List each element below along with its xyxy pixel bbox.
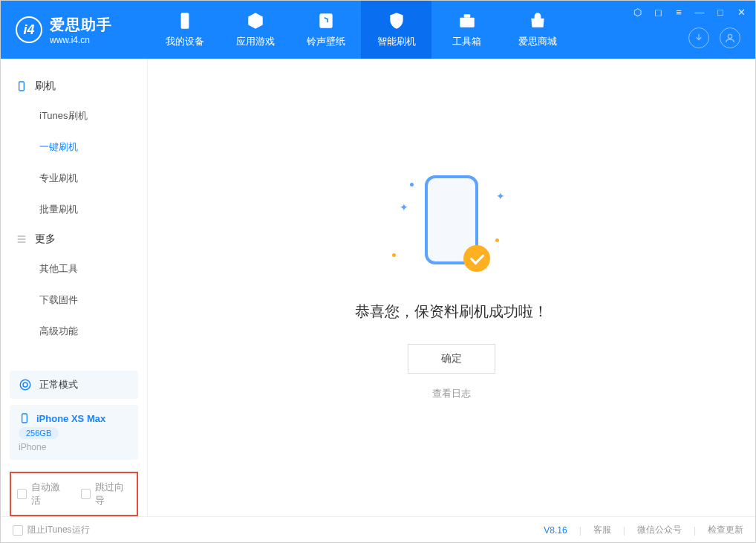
cube-icon <box>246 11 265 30</box>
sidebar-item-download-firmware[interactable]: 下载固件 <box>1 284 147 316</box>
skip-guide-checkbox[interactable]: 跳过向导 <box>81 481 131 507</box>
version-label: V8.16 <box>544 525 567 536</box>
tab-label: 铃声壁纸 <box>307 35 345 48</box>
device-icon <box>175 11 195 30</box>
sidebar-group-flash: 刷机 <box>1 72 147 100</box>
maximize-icon[interactable]: □ <box>715 7 726 18</box>
tab-label: 工具箱 <box>452 35 481 48</box>
checkbox-icon <box>13 525 23 536</box>
app-title: 爱思助手 <box>50 15 112 35</box>
toolbox-icon <box>457 11 477 30</box>
logo-area: i4 爱思助手 www.i4.cn <box>1 15 149 45</box>
sidebar-item-oneclick-flash[interactable]: 一键刷机 <box>1 131 147 163</box>
checkmark-icon <box>463 245 490 272</box>
footer-bar: 阻止iTunes运行 V8.16 | 客服 | 微信公众号 | 检查更新 <box>1 516 755 543</box>
music-icon <box>316 11 336 30</box>
list-icon <box>16 233 27 245</box>
sidebar: 刷机 iTunes刷机 一键刷机 专业刷机 批量刷机 更多 其他工具 下载固件 … <box>1 59 148 516</box>
tab-flash[interactable]: 智能刷机 <box>361 1 431 59</box>
tab-ringtones[interactable]: 铃声壁纸 <box>290 1 361 59</box>
tab-toolbox[interactable]: 工具箱 <box>431 1 502 59</box>
feedback-icon[interactable]: ◻ <box>653 7 663 18</box>
view-log-link[interactable]: 查看日志 <box>432 387 471 400</box>
storage-badge: 256GB <box>19 427 59 439</box>
sidebar-item-pro-flash[interactable]: 专业刷机 <box>1 163 147 194</box>
store-icon <box>528 11 547 30</box>
ok-button[interactable]: 确定 <box>408 344 495 374</box>
tab-apps[interactable]: 应用游戏 <box>220 1 290 59</box>
checkbox-icon <box>81 489 91 499</box>
svg-rect-3 <box>463 14 470 17</box>
sidebar-item-itunes-flash[interactable]: iTunes刷机 <box>1 100 147 131</box>
success-illustration: ✦ ✦ <box>392 175 511 279</box>
menu-icon[interactable]: ≡ <box>674 7 684 18</box>
device-name-label: iPhone XS Max <box>36 413 105 424</box>
block-itunes-checkbox[interactable]: 阻止iTunes运行 <box>13 524 90 536</box>
sidebar-group-more: 更多 <box>1 225 147 253</box>
sidebar-item-other-tools[interactable]: 其他工具 <box>1 253 147 284</box>
check-update-link[interactable]: 检查更新 <box>708 524 743 536</box>
svg-rect-0 <box>180 13 189 29</box>
device-info-card[interactable]: iPhone XS Max 256GB iPhone <box>10 405 138 460</box>
wechat-link[interactable]: 微信公众号 <box>637 524 682 536</box>
checkbox-icon <box>17 489 27 499</box>
nav-tabs: 我的设备 应用游戏 铃声壁纸 智能刷机 工具箱 爱思商城 <box>149 1 573 59</box>
svg-point-4 <box>728 34 731 38</box>
download-button[interactable] <box>688 27 709 48</box>
shield-sync-icon <box>387 11 406 30</box>
svg-rect-7 <box>22 414 27 423</box>
minimize-icon[interactable]: — <box>694 7 705 18</box>
tshirt-icon[interactable]: ⬡ <box>632 7 642 18</box>
tab-label: 智能刷机 <box>377 35 416 48</box>
window-controls: ⬡ ◻ ≡ — □ ✕ <box>632 1 746 18</box>
sidebar-item-batch-flash[interactable]: 批量刷机 <box>1 194 147 225</box>
tab-store[interactable]: 爱思商城 <box>502 1 573 59</box>
header-bar: i4 爱思助手 www.i4.cn 我的设备 应用游戏 铃声壁纸 智能刷机 工具… <box>1 1 755 59</box>
device-mode-label: 正常模式 <box>39 378 78 391</box>
success-message: 恭喜您，保资料刷机成功啦！ <box>355 302 548 322</box>
sidebar-item-advanced[interactable]: 高级功能 <box>1 316 147 347</box>
phone-icon <box>16 80 27 92</box>
device-type-label: iPhone <box>19 442 129 452</box>
close-icon[interactable]: ✕ <box>736 7 746 18</box>
user-button[interactable] <box>720 27 740 48</box>
device-mode-card[interactable]: 正常模式 <box>10 371 138 399</box>
svg-rect-2 <box>460 18 475 27</box>
options-highlight-box: 自动激活 跳过向导 <box>10 472 138 516</box>
svg-rect-1 <box>319 13 332 28</box>
app-logo-icon: i4 <box>16 16 42 43</box>
sync-icon <box>19 378 32 391</box>
tab-my-device[interactable]: 我的设备 <box>149 1 220 59</box>
app-subtitle: www.i4.cn <box>50 35 112 45</box>
main-content: ✦ ✦ 恭喜您，保资料刷机成功啦！ 确定 查看日志 <box>148 59 755 516</box>
svg-point-6 <box>20 380 30 390</box>
support-link[interactable]: 客服 <box>593 524 611 536</box>
auto-activate-checkbox[interactable]: 自动激活 <box>17 481 68 507</box>
tab-label: 爱思商城 <box>518 35 557 48</box>
tab-label: 我的设备 <box>166 35 204 48</box>
phone-small-icon <box>19 412 30 424</box>
svg-rect-5 <box>19 82 25 91</box>
tab-label: 应用游戏 <box>236 35 275 48</box>
